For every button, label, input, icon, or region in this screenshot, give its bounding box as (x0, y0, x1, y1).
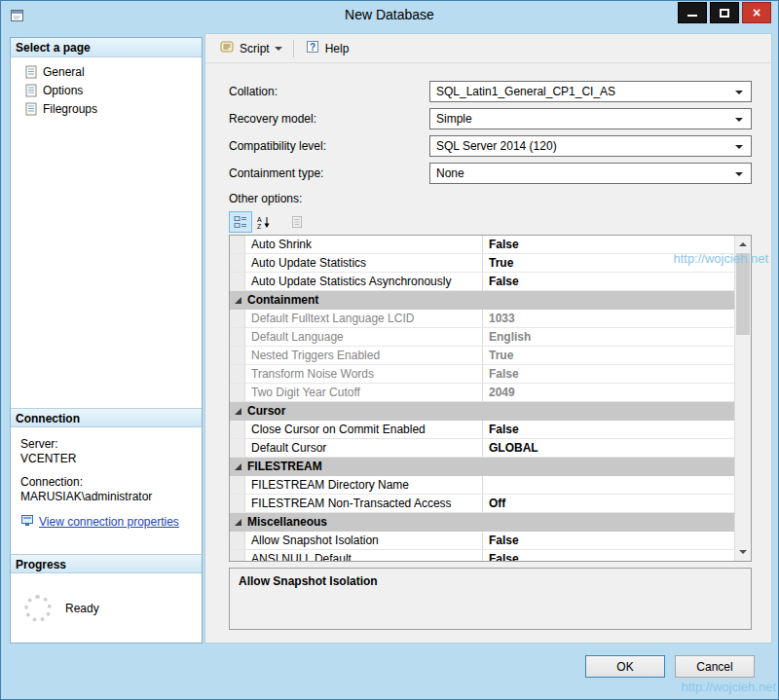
property-row[interactable]: Auto Update StatisticsTrue (230, 254, 734, 273)
category-margin (230, 402, 245, 420)
connection-value: MARUSIAK\administrator (20, 490, 202, 503)
sidebar-item-options[interactable]: Options (11, 81, 202, 99)
property-row[interactable]: ANSI NULL DefaultFalse (230, 550, 734, 561)
category-margin (230, 458, 245, 475)
property-value[interactable]: 1033 (483, 310, 734, 327)
property-row[interactable]: Default CursorGLOBAL (230, 439, 734, 458)
property-name: FILESTREAM Non-Transacted Access (245, 495, 483, 512)
property-value[interactable]: Off (483, 495, 734, 512)
property-row[interactable]: FILESTREAM Directory Name (230, 476, 734, 495)
alphabetical-sort-button[interactable]: AZ (252, 211, 276, 233)
category-row[interactable]: FILESTREAM (230, 458, 734, 476)
property-name: Auto Update Statistics (245, 254, 483, 272)
collapse-icon[interactable] (235, 463, 241, 470)
property-row[interactable]: Two Digit Year Cutoff2049 (230, 384, 734, 402)
collapse-icon[interactable] (235, 519, 241, 526)
property-value[interactable]: False (483, 236, 734, 253)
containment-type-combobox[interactable]: None (429, 163, 752, 184)
minimize-button[interactable] (678, 2, 707, 23)
property-row[interactable]: Allow Snapshot IsolationFalse (230, 532, 734, 550)
main-toolbar: Script ? Help (205, 34, 771, 63)
scroll-thumb[interactable] (736, 253, 750, 335)
property-pages-button (285, 211, 309, 233)
script-label: Script (240, 42, 270, 55)
connection-header: Connection (11, 408, 202, 427)
dropdown-caret-icon (735, 91, 743, 98)
titlebar[interactable]: New Database × (1, 1, 778, 30)
category-label: FILESTREAM (245, 458, 734, 475)
ok-button[interactable]: OK (585, 655, 665, 678)
toolbar-separator (293, 40, 294, 57)
property-name: Two Digit Year Cutoff (245, 384, 483, 401)
property-row[interactable]: Default Fulltext Language LCID1033 (230, 310, 734, 328)
property-row[interactable]: Transform Noise WordsFalse (230, 365, 734, 384)
minimize-icon (687, 15, 697, 17)
script-button[interactable]: Script (213, 36, 288, 60)
dropdown-caret-icon (735, 145, 743, 153)
row-margin (230, 328, 245, 346)
categorized-button[interactable] (229, 211, 252, 233)
property-name: Auto Update Statistics Asynchronously (245, 273, 483, 290)
property-row[interactable]: FILESTREAM Non-Transacted AccessOff (230, 495, 734, 513)
collapse-icon[interactable] (235, 297, 241, 304)
recovery-model-combobox[interactable]: Simple (429, 108, 752, 129)
property-name: Default Cursor (245, 439, 483, 457)
connection-label: Connection: (20, 475, 202, 489)
dropdown-caret-icon (735, 172, 743, 180)
options-form: Collation:SQL_Latin1_General_CP1_CI_ASRe… (205, 63, 771, 184)
property-value[interactable]: English (483, 328, 734, 346)
property-value[interactable]: True (483, 254, 734, 272)
grid-scrollbar[interactable] (734, 236, 751, 561)
help-button[interactable]: ? Help (299, 36, 355, 60)
category-margin (230, 513, 245, 531)
property-value[interactable]: 2049 (483, 384, 734, 401)
row-margin (230, 236, 245, 253)
property-value[interactable]: False (483, 365, 734, 383)
property-row[interactable]: Auto Update Statistics AsynchronouslyFal… (230, 273, 734, 291)
collation-combobox[interactable]: SQL_Latin1_General_CP1_CI_AS (429, 81, 752, 102)
maximize-button[interactable] (710, 2, 739, 23)
category-row[interactable]: Miscellaneous (230, 513, 734, 532)
scroll-down-icon (739, 550, 747, 558)
category-label: Cursor (245, 402, 734, 420)
sidebar: Select a page GeneralOptionsFilegroups C… (10, 37, 203, 644)
sidebar-item-filegroups[interactable]: Filegroups (11, 99, 202, 118)
page-icon (24, 65, 38, 79)
property-row[interactable]: Close Cursor on Commit EnabledFalse (230, 421, 734, 439)
progress-panel: Ready (11, 573, 202, 643)
property-grid-toolbar: AZ (229, 211, 771, 233)
property-value[interactable]: False (483, 550, 734, 561)
page-label: General (43, 65, 85, 79)
property-row[interactable]: Auto ShrinkFalse (230, 236, 734, 254)
property-value[interactable]: GLOBAL (483, 439, 734, 457)
property-value[interactable] (483, 476, 734, 494)
form-row: Recovery model:Simple (229, 108, 752, 129)
collation-label: Collation: (229, 85, 429, 98)
row-margin (230, 384, 245, 401)
collapse-icon[interactable] (235, 408, 241, 415)
property-value[interactable]: True (483, 347, 734, 364)
script-icon (219, 39, 235, 57)
scroll-up-button[interactable] (735, 236, 751, 252)
property-row[interactable]: Nested Triggers EnabledTrue (230, 347, 734, 365)
row-margin (230, 254, 245, 272)
other-options-label: Other options: (229, 192, 771, 205)
script-dropdown-caret-icon[interactable] (275, 47, 282, 55)
scroll-down-button[interactable] (735, 544, 751, 561)
property-value[interactable]: False (483, 421, 734, 438)
property-value[interactable]: False (483, 532, 734, 549)
property-row[interactable]: Default LanguageEnglish (230, 328, 734, 347)
compatibility-level-combobox[interactable]: SQL Server 2014 (120) (429, 135, 752, 157)
connection-panel: Server: VCENTER Connection: MARUSIAK\adm… (11, 427, 202, 554)
category-row[interactable]: Containment (230, 291, 734, 310)
sidebar-item-general[interactable]: General (11, 62, 202, 81)
property-value[interactable]: False (483, 273, 734, 290)
category-label: Containment (245, 291, 734, 309)
category-row[interactable]: Cursor (230, 402, 734, 421)
cancel-button[interactable]: Cancel (675, 655, 755, 678)
view-connection-properties-link[interactable]: View connection properties (39, 515, 179, 529)
property-grid: Auto ShrinkFalseAuto Update StatisticsTr… (229, 235, 752, 562)
form-row: Containment type:None (229, 163, 752, 184)
property-description-title: Allow Snapshot Isolation (239, 574, 742, 588)
close-button[interactable]: × (742, 2, 771, 23)
